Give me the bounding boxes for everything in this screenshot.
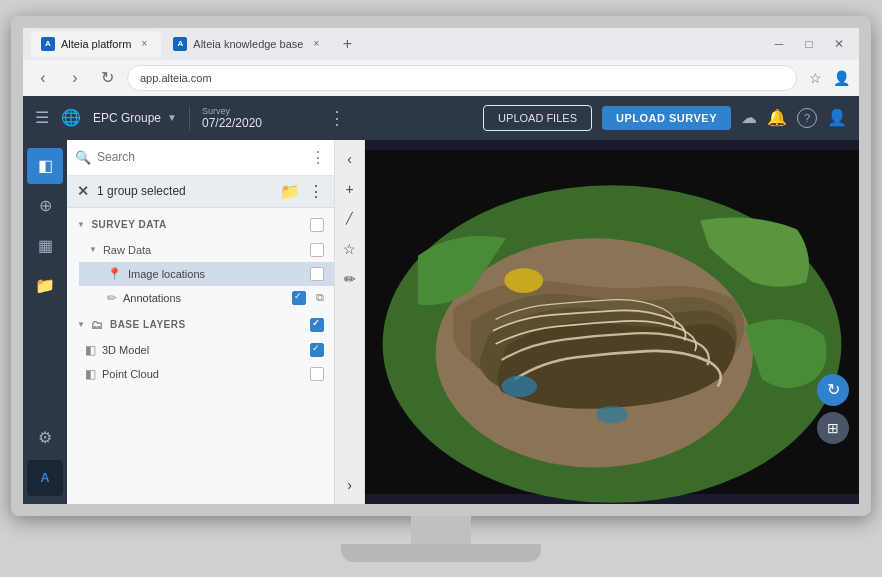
point-cloud-label: Point Cloud: [102, 368, 159, 380]
help-icon[interactable]: ?: [797, 108, 817, 128]
url-text: app.alteia.com: [140, 72, 212, 84]
bookmark-star-icon[interactable]: ☆: [805, 68, 825, 88]
viewport-fab: ↻ ⊞: [817, 374, 849, 444]
3d-model-checkbox[interactable]: [310, 343, 324, 357]
header-divider: [189, 106, 190, 130]
sidebar-icon-layers[interactable]: ◧: [27, 148, 63, 184]
svg-point-4: [596, 405, 628, 423]
header-actions: UPLOAD FILES UPLOAD SURVEY ☁ 🔔 ? 👤: [483, 105, 847, 131]
layer-group-base-layers: ▼ 🗂 BASE LAYERS ◧ 3D Model: [67, 312, 334, 386]
star-tool-button[interactable]: ☆: [337, 236, 363, 262]
back-button[interactable]: ‹: [31, 66, 55, 90]
3d-model-label: 3D Model: [102, 344, 149, 356]
hamburger-icon[interactable]: ☰: [35, 108, 49, 127]
group-more-icon[interactable]: ⋮: [308, 182, 324, 201]
tab-favicon-2: A: [173, 37, 187, 51]
add-tool-button[interactable]: +: [337, 176, 363, 202]
browser-toolbar: ‹ › ↻ app.alteia.com ☆ 👤: [23, 60, 859, 96]
browser-tabs: A Alteia platform × A Alteia knowledge b…: [23, 28, 859, 60]
layer-tree: ▼ SURVEY DATA ▼ Raw Data: [67, 208, 334, 504]
svg-point-3: [502, 375, 537, 396]
image-locations-icon: 📍: [107, 267, 122, 281]
layer-item-annotations[interactable]: ✏ Annotations ⧉: [79, 286, 334, 310]
base-layers-checkbox[interactable]: [310, 318, 324, 332]
restore-button[interactable]: □: [797, 32, 821, 56]
collapse-panel-button[interactable]: ‹: [337, 146, 363, 172]
annotations-label: Annotations: [123, 292, 181, 304]
point-cloud-checkbox[interactable]: [310, 367, 324, 381]
upload-survey-button[interactable]: UPLOAD SURVEY: [602, 106, 731, 130]
edit-tool-button[interactable]: ✏: [337, 266, 363, 292]
3d-viewport[interactable]: ↻ ⊞: [365, 140, 859, 504]
layer-item-point-cloud[interactable]: ◧ Point Cloud: [67, 362, 334, 386]
group-folder-icon[interactable]: 📁: [280, 182, 300, 201]
annotations-checkbox[interactable]: [292, 291, 306, 305]
close-button[interactable]: ✕: [827, 32, 851, 56]
survey-label: Survey: [202, 106, 312, 116]
org-selector[interactable]: EPC Groupe ▼: [93, 111, 177, 125]
survey-data-chevron-icon: ▼: [77, 220, 85, 229]
globe-icon[interactable]: 🌐: [61, 108, 81, 127]
survey-date: 07/22/2020: [202, 116, 312, 130]
new-tab-button[interactable]: +: [335, 32, 359, 56]
search-input[interactable]: [97, 150, 304, 164]
survey-info: Survey 07/22/2020: [202, 106, 312, 130]
browser-chrome: A Alteia platform × A Alteia knowledge b…: [23, 28, 859, 96]
fab-rotate-button[interactable]: ↻: [817, 374, 849, 406]
tab-alteia-knowledge[interactable]: A Alteia knowledge base ×: [163, 31, 333, 57]
profile-icon[interactable]: 👤: [831, 68, 851, 88]
layer-item-3d-model[interactable]: ◧ 3D Model: [67, 338, 334, 362]
user-avatar[interactable]: 👤: [827, 108, 847, 127]
annotations-extra-icon: ⧉: [316, 291, 324, 304]
fab-layers-button[interactable]: ⊞: [817, 412, 849, 444]
sidebar-icon-bar: ◧ ⊕ ▦ 📁 ⚙ A: [23, 140, 67, 504]
layers-search-bar: 🔍 ⋮: [67, 140, 334, 176]
sidebar-icon-user[interactable]: A: [27, 460, 63, 496]
forward-button[interactable]: ›: [63, 66, 87, 90]
layer-group-survey-data: ▼ SURVEY DATA ▼ Raw Data: [67, 212, 334, 310]
annotations-icon: ✏: [107, 291, 117, 305]
address-bar[interactable]: app.alteia.com: [127, 65, 797, 91]
base-layers-chevron-icon: ▼: [77, 320, 85, 329]
main-content: ◧ ⊕ ▦ 📁 ⚙ A 🔍 ⋮: [23, 140, 859, 504]
survey-data-checkbox[interactable]: [310, 218, 324, 232]
notifications-icon[interactable]: 🔔: [767, 108, 787, 127]
upload-files-button[interactable]: UPLOAD FILES: [483, 105, 592, 131]
monitor-stand-neck: [411, 516, 471, 544]
sidebar-icon-map[interactable]: ⊕: [27, 188, 63, 224]
sidebar-icon-folder[interactable]: 📁: [27, 268, 63, 304]
close-selection-icon[interactable]: ✕: [77, 183, 89, 199]
base-layers-group-header[interactable]: ▼ 🗂 BASE LAYERS: [67, 312, 334, 338]
search-more-icon[interactable]: ⋮: [310, 148, 326, 167]
tab-close-2[interactable]: ×: [309, 37, 323, 51]
raw-data-label: Raw Data: [103, 244, 151, 256]
raw-data-checkbox[interactable]: [310, 243, 324, 257]
monitor-stand-base: [341, 544, 541, 562]
survey-data-label: SURVEY DATA: [91, 219, 166, 230]
app-header: ☰ 🌐 EPC Groupe ▼ Survey 07/22/2020 ⋮ UPL…: [23, 96, 859, 140]
tab-close-1[interactable]: ×: [137, 37, 151, 51]
sidebar-icon-grid[interactable]: ▦: [27, 228, 63, 264]
image-locations-checkbox[interactable]: [310, 267, 324, 281]
expand-toolbar-button[interactable]: ›: [337, 472, 363, 498]
raw-data-subgroup-header[interactable]: ▼ Raw Data: [79, 238, 334, 262]
group-selected-text: 1 group selected: [97, 184, 272, 198]
ruler-tool-button[interactable]: ╱: [337, 206, 363, 232]
survey-data-group-header[interactable]: ▼ SURVEY DATA: [67, 212, 334, 238]
minimize-button[interactable]: ─: [767, 32, 791, 56]
3d-model-icon: ◧: [85, 343, 96, 357]
survey-more-icon[interactable]: ⋮: [324, 107, 350, 129]
tab-favicon-1: A: [41, 37, 55, 51]
layer-item-image-locations[interactable]: 📍 Image locations: [79, 262, 334, 286]
org-chevron-icon: ▼: [167, 112, 177, 123]
layers-panel: 🔍 ⋮ ✕ 1 group selected 📁 ⋮: [67, 140, 335, 504]
tab-alteia-platform[interactable]: A Alteia platform ×: [31, 31, 161, 57]
raw-data-chevron-icon: ▼: [89, 245, 97, 254]
map-toolbar: ‹ + ╱ ☆ ✏ ›: [335, 140, 365, 504]
sidebar-icon-settings[interactable]: ⚙: [27, 420, 63, 456]
cloud-icon[interactable]: ☁: [741, 108, 757, 127]
refresh-button[interactable]: ↻: [95, 66, 119, 90]
search-icon: 🔍: [75, 150, 91, 165]
org-name: EPC Groupe: [93, 111, 161, 125]
point-cloud-icon: ◧: [85, 367, 96, 381]
